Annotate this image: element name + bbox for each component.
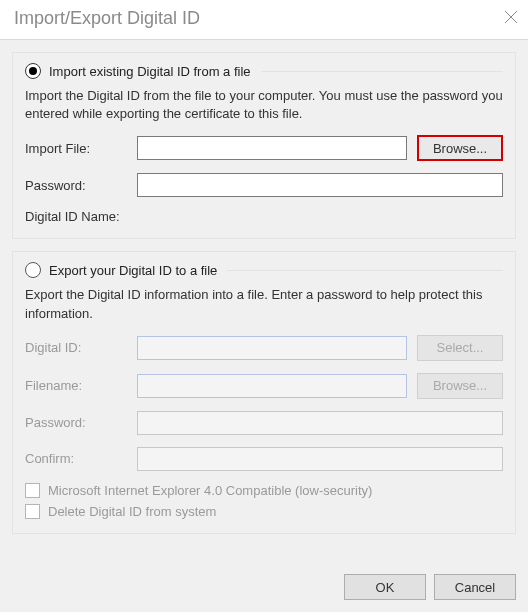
delete-checkbox-label: Delete Digital ID from system bbox=[48, 504, 216, 519]
export-filename-label: Filename: bbox=[25, 378, 137, 393]
dialog-body: Import existing Digital ID from a file I… bbox=[0, 40, 528, 612]
cancel-button[interactable]: Cancel bbox=[434, 574, 516, 600]
delete-checkbox bbox=[25, 504, 40, 519]
export-radio[interactable] bbox=[25, 262, 41, 278]
digital-id-name-row: Digital ID Name: bbox=[25, 209, 503, 224]
export-confirm-label: Confirm: bbox=[25, 451, 137, 466]
import-file-label: Import File: bbox=[25, 141, 137, 156]
export-password-input bbox=[137, 411, 503, 435]
export-digitalid-row: Digital ID: Select... bbox=[25, 335, 503, 361]
export-digitalid-input bbox=[137, 336, 407, 360]
import-radio-row[interactable]: Import existing Digital ID from a file bbox=[25, 63, 503, 79]
digital-id-name-label: Digital ID Name: bbox=[25, 209, 120, 224]
import-radio-label: Import existing Digital ID from a file bbox=[49, 64, 251, 79]
dialog-title: Import/Export Digital ID bbox=[14, 8, 200, 29]
import-password-row: Password: bbox=[25, 173, 503, 197]
divider bbox=[227, 270, 503, 271]
ie4-checkbox-row: Microsoft Internet Explorer 4.0 Compatib… bbox=[25, 483, 503, 498]
import-radio[interactable] bbox=[25, 63, 41, 79]
import-password-label: Password: bbox=[25, 178, 137, 193]
export-group: Export your Digital ID to a file Export … bbox=[12, 251, 516, 533]
export-confirm-row: Confirm: bbox=[25, 447, 503, 471]
export-radio-row[interactable]: Export your Digital ID to a file bbox=[25, 262, 503, 278]
ie4-checkbox-label: Microsoft Internet Explorer 4.0 Compatib… bbox=[48, 483, 372, 498]
close-icon bbox=[504, 10, 518, 24]
titlebar: Import/Export Digital ID bbox=[0, 0, 528, 40]
import-file-row: Import File: Browse... bbox=[25, 135, 503, 161]
ok-button[interactable]: OK bbox=[344, 574, 426, 600]
select-button: Select... bbox=[417, 335, 503, 361]
export-radio-label: Export your Digital ID to a file bbox=[49, 263, 217, 278]
export-confirm-input bbox=[137, 447, 503, 471]
delete-checkbox-row: Delete Digital ID from system bbox=[25, 504, 503, 519]
browse-button[interactable]: Browse... bbox=[417, 135, 503, 161]
close-button[interactable] bbox=[504, 10, 518, 28]
import-file-input[interactable] bbox=[137, 136, 407, 160]
export-description: Export the Digital ID information into a… bbox=[25, 286, 503, 322]
export-password-label: Password: bbox=[25, 415, 137, 430]
ie4-checkbox bbox=[25, 483, 40, 498]
import-password-input[interactable] bbox=[137, 173, 503, 197]
export-filename-input bbox=[137, 374, 407, 398]
import-description: Import the Digital ID from the file to y… bbox=[25, 87, 503, 123]
export-browse-button: Browse... bbox=[417, 373, 503, 399]
dialog-footer: OK Cancel bbox=[12, 564, 516, 600]
import-group: Import existing Digital ID from a file I… bbox=[12, 52, 516, 239]
export-digitalid-label: Digital ID: bbox=[25, 340, 137, 355]
export-filename-row: Filename: Browse... bbox=[25, 373, 503, 399]
divider bbox=[261, 71, 503, 72]
export-password-row: Password: bbox=[25, 411, 503, 435]
